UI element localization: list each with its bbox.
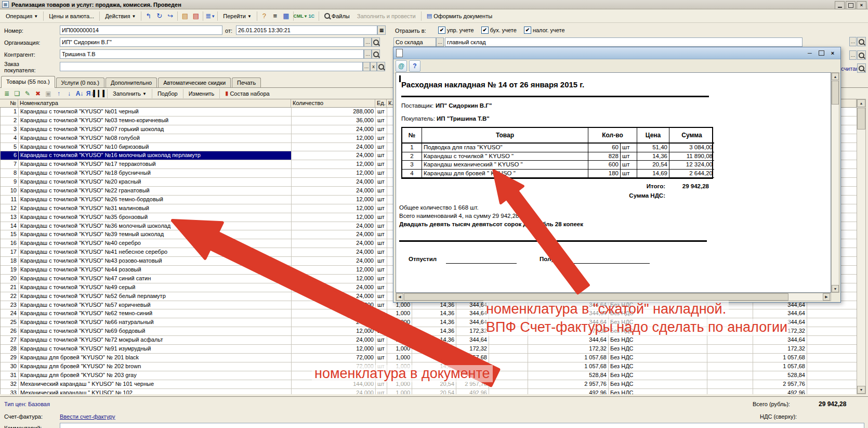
close-button[interactable]: × [857, 1, 866, 9]
table-row[interactable]: 33 Механический карандаш " KYUSO" № 102 … [1, 389, 857, 395]
organization-field[interactable]: ИП" Сидоркин В.Г" [60, 37, 364, 47]
calendar-icon[interactable]: ▦ [377, 25, 386, 35]
order-clear-icon[interactable]: x [370, 62, 377, 71]
preview-scroll-right-icon[interactable]: ▶ [823, 293, 830, 301]
print-preview-window: ─ × @ ? Расходная накладная № 14 от 26 я… [393, 47, 841, 303]
number-label: Номер: [4, 28, 23, 34]
end-edit-icon[interactable]: ▣ [43, 89, 54, 98]
received-label: Получил [540, 256, 565, 262]
list-settings-icon[interactable]: ≡ [270, 11, 281, 21]
preview-vscroll-thumb[interactable] [832, 81, 839, 105]
released-label: Отпустил [409, 256, 437, 262]
preview-minimize-icon[interactable]: ─ [806, 49, 813, 57]
goto-button[interactable]: Перейти▼ [219, 11, 255, 21]
table-row[interactable]: 29 Карандаш для бровей "KYUSO" № 201 bla… [1, 354, 857, 362]
fill-and-post-button[interactable]: Заполнить и провести [353, 11, 419, 21]
comment-field[interactable] [60, 423, 864, 428]
pick-button[interactable]: Подбор [154, 88, 181, 99]
restore-button[interactable] [846, 1, 856, 9]
save-report-icon[interactable]: @ [396, 60, 407, 72]
scroll-down-icon[interactable]: ▼ [857, 386, 865, 394]
preview-title-bar[interactable]: ─ × [393, 47, 840, 59]
invoice-document: Расходная накладная № 14 от 26 января 20… [396, 72, 831, 293]
kit-button[interactable]: ▮Состав набора [221, 88, 273, 99]
check-buh-uchet[interactable]: ✔бух. учете [481, 27, 517, 34]
schitan-label: считан [841, 66, 859, 72]
structure-icon[interactable]: ↰ [143, 11, 154, 21]
movements-icon[interactable]: ≣▼ [205, 11, 216, 21]
tab-additional[interactable]: Дополнительно [106, 77, 157, 88]
preview-vscrollbar[interactable] [831, 72, 839, 293]
window-icon: ▦ [2, 1, 9, 8]
unpost-icon[interactable]: ▤ [190, 11, 201, 21]
org-open-icon[interactable] [372, 37, 380, 47]
tab-auto-discounts[interactable]: Автоматические скидки [158, 77, 231, 88]
goods-scrollbar[interactable] [857, 99, 866, 394]
contragent-label: Контрагент: [4, 51, 35, 58]
contragent-select-icon[interactable]: … [364, 49, 372, 59]
table-row[interactable]: 27 Карандаш с точилкой "KYUSO" №72 мокры… [1, 336, 857, 345]
barcode-icon[interactable]: ▍▎▍ [95, 89, 106, 98]
minimize-button[interactable] [835, 1, 845, 9]
schitan-open-icon[interactable] [857, 63, 866, 73]
scroll-up-icon[interactable]: ▲ [857, 99, 865, 107]
enter-invoice-link[interactable]: Ввести счет-фактуру [60, 413, 115, 420]
refresh-icon[interactable]: ↻ [154, 11, 165, 21]
table-row[interactable]: 28 Карандаш с точилкой "KYUSO" №91 изумр… [1, 345, 857, 354]
fill-button[interactable]: Заполнить▼ [109, 88, 150, 99]
org-select-icon[interactable]: … [364, 37, 372, 47]
right-select2-icon[interactable]: … [849, 50, 857, 60]
warehouse-field[interactable]: главный склад [445, 37, 803, 47]
warehouse-select-icon[interactable]: … [436, 37, 444, 47]
help-icon[interactable]: ? [259, 11, 270, 21]
tab-print[interactable]: Печать [232, 77, 261, 88]
scroll-thumb[interactable] [857, 108, 865, 129]
number-field[interactable]: ИП000000014 [60, 25, 222, 35]
add-row-icon[interactable]: ≣ [2, 89, 12, 98]
window-title: Реализация товаров и услуг: продажа, ком… [11, 2, 181, 8]
order-field[interactable] [60, 62, 363, 71]
files-button[interactable]: Файлы [321, 11, 353, 21]
right-select-icon[interactable]: … [849, 37, 857, 46]
warehouse-combo[interactable]: Со склада [393, 37, 436, 47]
preview-hscroll-thumb[interactable] [404, 293, 788, 301]
tab-services[interactable]: Услуги (0 поз.) [56, 77, 104, 88]
check-upr-uchet[interactable]: ✔упр. учете [438, 27, 474, 34]
edit-row-icon[interactable]: ✎ [22, 89, 33, 98]
move-up-icon[interactable]: ↑ [54, 89, 64, 98]
invoice-vat-label: Сумма НДС: [526, 192, 665, 199]
preview-close-icon[interactable]: × [829, 49, 836, 57]
comment-label: Комментарий: [4, 425, 42, 428]
preview-scroll-up-icon[interactable]: ▲ [832, 73, 839, 80]
make-documents-button[interactable]: ▤Оформить документы [423, 10, 496, 21]
preview-scroll-left-icon[interactable]: ◀ [396, 293, 403, 301]
copy-row-icon[interactable]: ❏ [12, 89, 22, 98]
check-nalog-uchet[interactable]: ✔налог. учете [524, 27, 565, 34]
order-select-icon[interactable]: … [363, 62, 370, 71]
operation-button[interactable]: Операция▼ [2, 11, 42, 21]
preview-scroll-down-icon[interactable]: ▼ [832, 285, 839, 292]
delete-row-icon[interactable]: ✖ [33, 89, 43, 98]
right-open2-icon[interactable] [857, 50, 866, 60]
network-icon[interactable]: 1С [306, 11, 317, 21]
preview-maximize-icon[interactable] [818, 49, 825, 57]
summary-words: Двадцать девять тысяч девятьсот сорок дв… [399, 221, 583, 227]
date-field[interactable]: 26.01.2015 13:30:21 [236, 25, 377, 35]
related-docs-icon[interactable]: ↪ [165, 11, 176, 21]
move-down-icon[interactable]: ↓ [64, 89, 74, 98]
contragent-open-icon[interactable] [372, 49, 380, 59]
tab-goods[interactable]: Товары (55 поз.) [1, 76, 55, 88]
post-icon[interactable]: ▤ [179, 11, 190, 21]
contragent-field[interactable]: Тришина Т.В [60, 49, 364, 59]
total-value: 29 942,28 [819, 400, 846, 408]
change-button[interactable]: Изменить [185, 88, 218, 99]
sort-az-icon[interactable]: A↓ [74, 89, 85, 98]
props-icon[interactable]: ▦ [281, 11, 292, 21]
prices-currency-button[interactable]: Цены и валюта... [45, 11, 98, 21]
actions-button[interactable]: Действия▼ [101, 11, 139, 21]
itogo-label: Итого: [526, 183, 665, 189]
right-open-icon[interactable] [857, 37, 866, 46]
order-open-icon[interactable] [377, 62, 385, 71]
edi-icon[interactable]: CML▼ [295, 11, 306, 21]
preview-help-icon[interactable]: ? [409, 60, 420, 72]
